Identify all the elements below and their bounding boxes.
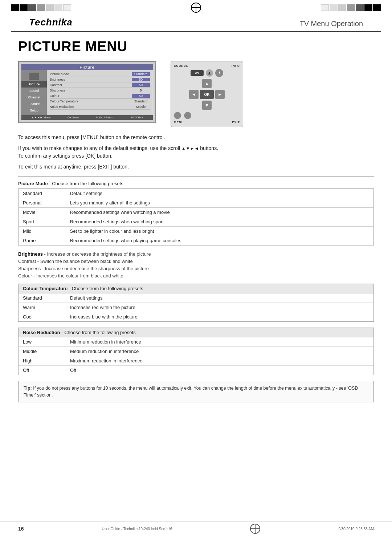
reg-bar xyxy=(63,4,71,11)
reg-bar xyxy=(46,4,54,11)
noise-reduction-header: Noise Reduction - Choose from the follow… xyxy=(19,328,373,337)
tv-sidebar-picture: Picture xyxy=(21,81,47,88)
tv-row-colour: Colour 50 xyxy=(50,93,150,99)
remote-bottom-labels: MENU EXIT xyxy=(174,121,240,124)
tv-bottom-bar: ▲▼◄► Move OK Enter MENU Return EXIT Exit xyxy=(21,115,153,120)
reg-bar xyxy=(321,4,329,11)
reg-bar xyxy=(338,4,346,11)
reg-bars-right xyxy=(321,4,381,11)
reg-bar xyxy=(11,4,19,11)
tv-screen-inner: Picture Picture Sound Channel Feature Se… xyxy=(21,64,153,120)
tv-screen-mockup: Picture Picture Sound Channel Feature Se… xyxy=(18,61,156,123)
reg-bar xyxy=(330,4,338,11)
top-registration xyxy=(0,0,392,15)
sharpness-desc: Sharpness - Increase or decrease the sha… xyxy=(18,266,374,271)
tv-row-picturemode: Picture Mode Standard xyxy=(50,72,150,77)
table-row: Mild Set to be lighter in colour and les… xyxy=(19,226,374,236)
main-content: PICTURE MENU Picture Picture Sound Chann… xyxy=(0,32,392,415)
tv-row-contrast: Contrast 50 xyxy=(50,82,150,88)
reg-bar xyxy=(347,4,355,11)
table-row: Middle Medium reduction in interference xyxy=(19,346,373,356)
table-row: Standard Default settings xyxy=(19,293,373,303)
tv-title-bar: Picture xyxy=(21,64,153,70)
d-pad: ▲ ◄ OK ► ▼ xyxy=(189,78,225,110)
remote-img: SOURCE INFO AV ▲ i ▲ ◄ O xyxy=(171,61,243,127)
picture-mode-header: Picture Mode - Choose from the following… xyxy=(18,181,374,186)
page-title: PICTURE MENU xyxy=(18,39,374,54)
table-row: Low Minimum reduction in interference xyxy=(19,337,373,347)
reg-bar xyxy=(28,4,36,11)
table-row: Sport Recommended settings when watching… xyxy=(19,217,374,226)
header-title: TV Menu Operation xyxy=(299,20,363,28)
tv-sidebar-setup: Setup xyxy=(21,107,47,114)
table-row: Personal Lets you manually alter all the… xyxy=(19,198,374,207)
tip-box: Tip: If you do not press any buttons for… xyxy=(18,381,374,403)
reg-bar xyxy=(356,4,364,11)
colour-temp-header: Colour Temperature - Choose from the fol… xyxy=(19,284,373,293)
source-label: SOURCE xyxy=(174,64,188,68)
adjustments-section: Brightness - Increase or decrease the br… xyxy=(18,251,374,279)
colour-desc: Colour - Increases the colour from black… xyxy=(18,273,374,279)
section-divider xyxy=(18,176,374,176)
brand-logo: Technika xyxy=(29,17,73,28)
table-row: High Maximum reduction in interference xyxy=(19,356,373,365)
remote-top-labels: SOURCE INFO xyxy=(174,64,240,68)
contrast-desc: Contrast - Switch the balance between bl… xyxy=(18,259,374,264)
table-row: Warm Increases red within the picture xyxy=(19,302,373,312)
tv-sidebar-channel: Channel xyxy=(21,94,47,101)
table-row: Movie Recommended settings when watching… xyxy=(19,207,374,217)
left-button[interactable]: ◄ xyxy=(189,90,199,99)
colour-temp-table: Standard Default settings Warm Increases… xyxy=(19,293,373,321)
instruction-line1: To access this menu, press [MENU] button… xyxy=(18,134,374,142)
reg-bar xyxy=(364,4,372,11)
tv-menu-body: Picture Sound Channel Feature Setup Pict… xyxy=(21,70,153,115)
reg-bar xyxy=(373,4,381,11)
reg-bar xyxy=(54,4,62,11)
instructions-block: To access this menu, press [MENU] button… xyxy=(18,134,374,171)
tv-picture-icon xyxy=(29,72,39,80)
circle-btn-1[interactable] xyxy=(174,112,181,119)
info-button[interactable]: i xyxy=(215,69,223,77)
ok-button[interactable]: OK xyxy=(200,90,214,99)
exit-label: EXIT xyxy=(232,121,240,124)
picture-mode-table: Standard Default settings Personal Lets … xyxy=(18,188,374,245)
noise-reduction-table: Low Minimum reduction in interference Mi… xyxy=(19,337,373,375)
circle-btn-2[interactable] xyxy=(184,112,191,119)
tv-sidebar: Picture Sound Channel Feature Setup xyxy=(21,70,47,115)
footer-right: 9/30/2010 9:25:53 AM xyxy=(338,527,374,531)
tv-content-area: Picture Mode Standard Brightness 50 Cont… xyxy=(47,70,153,115)
brightness-desc: Brightness - Increase or decrease the br… xyxy=(18,251,374,257)
up-arrow-icon: ▲ xyxy=(207,70,212,76)
page-number: 16 xyxy=(18,526,24,532)
down-button[interactable]: ▼ xyxy=(202,101,212,110)
colour-temp-section: Colour Temperature - Choose from the fol… xyxy=(18,284,374,322)
reg-target-top xyxy=(191,3,201,13)
tv-sidebar-sound: Sound xyxy=(21,88,47,94)
tv-sidebar-feature: Feature xyxy=(21,101,47,107)
tv-row-brightness: Brightness 50 xyxy=(50,77,150,82)
reg-bars-left xyxy=(11,4,71,11)
page-header: Technika TV Menu Operation xyxy=(11,15,381,32)
reg-bar xyxy=(20,4,28,11)
av-button[interactable]: AV xyxy=(191,70,204,76)
remote-av-row: AV ▲ i xyxy=(174,69,240,77)
tv-row-colourtemp: Colour Temperature Standard xyxy=(50,99,150,104)
right-button[interactable]: ► xyxy=(215,90,225,99)
tv-row-sharpness: Sharpness 5 xyxy=(50,88,150,93)
menu-label: MENU xyxy=(174,121,184,124)
media-row: Picture Picture Sound Channel Feature Se… xyxy=(18,61,374,127)
tv-row-noisereduction: Noise Reduction Middle xyxy=(50,104,150,110)
up-button[interactable]: ▲ xyxy=(202,79,212,88)
table-row: Game Recommended settings when playing g… xyxy=(19,236,374,245)
noise-reduction-section: Noise Reduction - Choose from the follow… xyxy=(18,328,374,375)
instruction-line4: To exit this menu at anytime, press [EXI… xyxy=(18,163,374,171)
page-footer: 16 User Guide - Technika 19-240.indd Sec… xyxy=(0,521,392,536)
scroll-symbols: ▲▼►◄ xyxy=(181,145,199,152)
up-arrow-button[interactable]: ▲ xyxy=(206,69,213,77)
reg-bar xyxy=(37,4,45,11)
footer-left: User Guide - Technika 19-240.indd Sec1:1… xyxy=(102,527,172,531)
info-icon: i xyxy=(219,71,220,75)
info-label: INFO xyxy=(232,64,240,68)
instruction-line2: If you wish to make changes to any of th… xyxy=(18,145,374,160)
table-row: Off Off xyxy=(19,365,373,375)
